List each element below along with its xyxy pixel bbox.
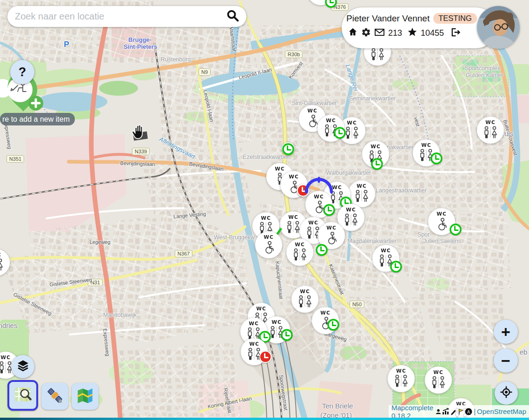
geolocate-button[interactable] — [495, 381, 518, 405]
gear-icon[interactable] — [361, 27, 371, 39]
user-name[interactable]: Pieter Vander Vennet — [346, 13, 430, 24]
changesets-count: 10455 — [421, 28, 444, 38]
opening-hours-badge — [315, 243, 329, 259]
user-avatar[interactable] — [477, 6, 520, 49]
attribution-bar: Mapcomplete 0.18.2 A | OpenStreetMap — [389, 405, 529, 418]
svg-text:WC: WC — [249, 321, 258, 326]
zoom-out-button[interactable]: − — [494, 348, 518, 373]
hand-cursor-icon — [130, 124, 146, 141]
svg-text:WC: WC — [308, 220, 318, 225]
toilet-marker[interactable]: WC — [424, 366, 452, 396]
background-satellite-button[interactable] — [41, 383, 68, 410]
map-markers-layer: WCWCWCWCWCWCWCWCWCWCWCWCWCWCWCWCWCWCWCWC… — [0, 0, 529, 420]
contributor-icon — [435, 408, 442, 415]
svg-text:WC: WC — [346, 207, 356, 212]
svg-text:WC: WC — [256, 306, 266, 311]
selected-location-arc — [304, 177, 334, 197]
closed-badge — [258, 350, 272, 366]
star-icon — [407, 27, 417, 39]
opening-hours-badge — [449, 223, 463, 238]
opening-hours-badge — [280, 328, 294, 344]
svg-text:WC: WC — [370, 144, 380, 149]
svg-text:WC: WC — [485, 119, 495, 125]
svg-text:WC: WC — [0, 252, 1, 257]
attribution-icons: A — [435, 408, 472, 415]
background-map-button[interactable] — [72, 383, 99, 410]
toilet-marker-wheelchair[interactable]: WC — [255, 231, 283, 261]
help-button[interactable]: ? — [10, 60, 34, 84]
svg-text:WC: WC — [357, 183, 366, 189]
crosshair-icon — [500, 386, 513, 400]
attribution-separator: | — [474, 407, 476, 415]
satellite-icon — [45, 386, 65, 407]
svg-text:WC: WC — [249, 341, 259, 347]
opening-hours-badge — [281, 142, 295, 158]
search-icon[interactable] — [226, 9, 240, 25]
zoom-in-button[interactable]: + — [494, 320, 518, 344]
svg-text:WC: WC — [307, 108, 317, 113]
svg-text:WC: WC — [326, 118, 336, 123]
svg-text:WC: WC — [320, 310, 330, 315]
opening-hours-badge — [324, 0, 338, 11]
home-icon[interactable] — [348, 27, 358, 39]
opening-hours-badge — [333, 126, 347, 142]
testing-badge: TESTING — [433, 13, 477, 24]
attribution-osm-link[interactable]: OpenStreetMap — [477, 407, 526, 415]
toilet-marker[interactable]: WC — [387, 365, 415, 394]
svg-text:WC: WC — [289, 174, 298, 179]
flag-icon — [457, 408, 464, 415]
opening-hours-badge — [430, 151, 443, 167]
svg-text:WC: WC — [295, 242, 304, 247]
svg-text:WC: WC — [261, 215, 271, 221]
svg-text:WC: WC — [326, 225, 336, 230]
svg-text:A: A — [467, 409, 470, 414]
logout-icon[interactable] — [450, 27, 461, 39]
svg-text:WC: WC — [433, 369, 443, 375]
opening-hours-badge — [326, 318, 340, 334]
svg-text:WC: WC — [300, 289, 310, 294]
background-chooser — [7, 380, 99, 411]
layers-button[interactable] — [11, 355, 34, 378]
svg-text:WC: WC — [0, 354, 10, 360]
svg-text:WC: WC — [264, 234, 273, 240]
svg-text:WC: WC — [271, 319, 281, 325]
search-bar[interactable] — [7, 6, 246, 27]
community-icon: A — [465, 408, 472, 415]
opening-hours-badge — [389, 260, 403, 276]
attribution-app[interactable]: Mapcomplete 0.18.2 — [391, 404, 434, 420]
svg-text:WC: WC — [347, 120, 357, 125]
envelope-icon[interactable] — [374, 28, 385, 39]
toilet-marker[interactable]: WC — [476, 116, 504, 146]
toilet-marker[interactable]: WC — [0, 249, 10, 278]
mapcomplete-app: N376R30bN9N339N351N367N31N50Brugge-Sint-… — [0, 0, 529, 420]
add-item-tooltip: re to add a new item — [0, 113, 75, 125]
svg-text:WC: WC — [421, 142, 431, 148]
pencil-icon — [450, 408, 457, 415]
map-magnifier-icon — [13, 385, 33, 406]
svg-text:WC: WC — [436, 211, 446, 217]
background-osm-button[interactable] — [7, 380, 38, 411]
user-panel: Pieter Vander Vennet TESTING 213 10455 — [342, 7, 496, 48]
messages-count: 213 — [388, 28, 402, 38]
stats-icon — [442, 408, 450, 415]
folded-map-icon — [75, 386, 95, 407]
svg-text:WC: WC — [396, 368, 406, 374]
opening-hours-badge — [370, 157, 384, 173]
svg-text:WC: WC — [288, 214, 298, 220]
toilet-marker[interactable]: WC — [286, 238, 314, 268]
bottom-progress-bar — [0, 418, 529, 420]
layers-icon — [17, 360, 29, 374]
search-input[interactable] — [14, 11, 226, 22]
svg-text:WC: WC — [381, 248, 390, 253]
